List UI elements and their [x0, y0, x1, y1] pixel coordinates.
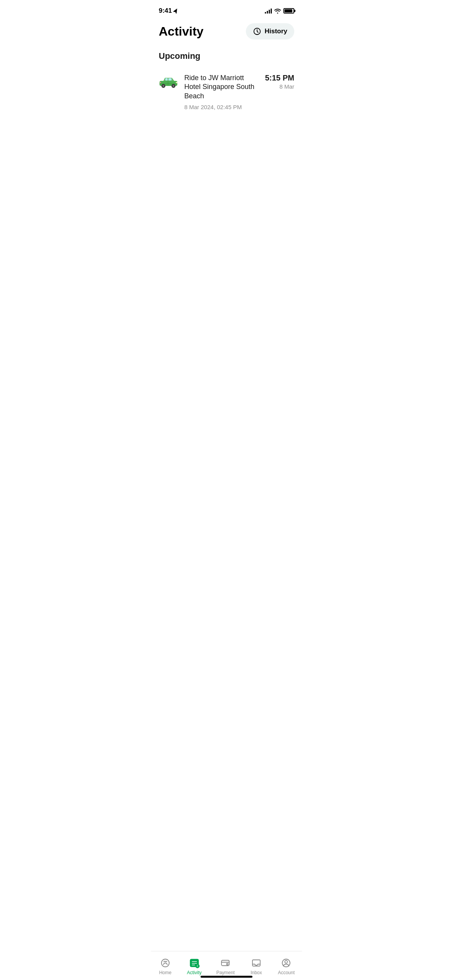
- svg-rect-11: [160, 83, 177, 84]
- signal-icon: [265, 8, 272, 14]
- page-title: Activity: [159, 24, 204, 39]
- activity-item[interactable]: Ride to JW Marriott Hotel Singapore Sout…: [151, 67, 302, 117]
- location-arrow-icon: [173, 8, 178, 14]
- activity-arrival-time: 5:15 PM: [265, 74, 294, 82]
- main-content: Upcoming: [151, 47, 302, 155]
- status-icons: [265, 8, 294, 14]
- upcoming-section-title: Upcoming: [151, 47, 302, 67]
- svg-rect-9: [160, 82, 161, 83]
- svg-point-5: [163, 85, 165, 87]
- activity-title: Ride to JW Marriott Hotel Singapore Sout…: [184, 74, 259, 101]
- activity-content: Ride to JW Marriott Hotel Singapore Sout…: [184, 74, 259, 110]
- activity-time-info: 5:15 PM 8 Mar: [265, 74, 294, 90]
- status-time: 9:41: [159, 7, 178, 15]
- svg-rect-2: [165, 78, 168, 81]
- svg-rect-3: [168, 78, 172, 81]
- svg-point-7: [173, 85, 175, 87]
- ride-car-icon: [159, 75, 179, 89]
- history-button[interactable]: History: [246, 23, 294, 39]
- activity-arrival-day: 8 Mar: [265, 83, 294, 90]
- status-bar: 9:41: [151, 0, 302, 19]
- activity-scheduled-date: 8 Mar 2024, 02:45 PM: [184, 104, 259, 110]
- svg-rect-8: [176, 82, 177, 83]
- wifi-icon: [274, 8, 281, 14]
- page-header: Activity History: [151, 19, 302, 47]
- history-clock-icon: [253, 27, 261, 36]
- battery-icon: [283, 8, 294, 14]
